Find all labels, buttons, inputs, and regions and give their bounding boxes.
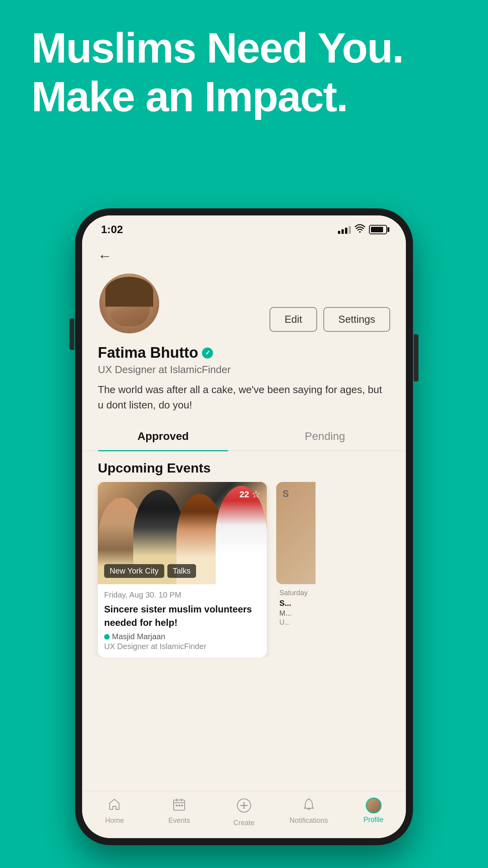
tab-approved[interactable]: Approved [82, 422, 244, 451]
nav-label-home: Home [105, 817, 124, 825]
profile-name: Fatima Bhutto ✓ [98, 344, 390, 361]
status-time: 1:02 [101, 223, 123, 236]
event-date-1: Friday, Aug 30. 10 PM [104, 590, 261, 600]
header-area: ← Edit Settings [82, 240, 406, 344]
nav-label-profile: Profile [363, 816, 383, 824]
avatar [98, 272, 161, 335]
nav-item-create[interactable]: Create [212, 798, 277, 827]
profile-actions: Edit Settings [270, 307, 390, 332]
tab-pending[interactable]: Pending [244, 422, 406, 451]
event-location-badge: New York City [104, 564, 164, 578]
svg-rect-7 [181, 805, 183, 806]
profile-header: Edit Settings [98, 272, 390, 335]
nav-label-notifications: Notifications [290, 817, 328, 825]
nav-label-events: Events [169, 817, 190, 825]
event-badge-row: New York City Talks [104, 564, 196, 578]
event-title-1: Sincere sister muslim volunteers needed … [104, 603, 261, 629]
phone-mockup: 1:02 [75, 208, 413, 845]
app-content: ← Edit Settings Fatima Bhutto [82, 240, 406, 838]
bottom-nav: Home [82, 791, 406, 838]
main-content: Upcoming Events [82, 451, 406, 791]
events-scroll: 22 ☆ New York City Talks Friday, Aug 30.… [82, 482, 406, 657]
event-info-1: Friday, Aug 30. 10 PM Sincere sister mus… [98, 584, 267, 657]
signal-icon [338, 225, 351, 234]
settings-button[interactable]: Settings [323, 307, 390, 332]
profile-info: Fatima Bhutto ✓ UX Designer at IslamicFi… [82, 344, 406, 422]
nav-profile-avatar [366, 798, 382, 813]
status-bar: 1:02 [82, 215, 406, 240]
bell-icon [302, 798, 316, 814]
svg-point-0 [359, 231, 361, 233]
host-dot [104, 634, 110, 640]
nav-item-events[interactable]: Events [147, 798, 212, 827]
svg-rect-5 [176, 805, 178, 806]
tabs-container: Approved Pending [82, 422, 406, 451]
event-card-1[interactable]: 22 ☆ New York City Talks Friday, Aug 30.… [98, 482, 267, 657]
phone-screen: 1:02 [82, 215, 406, 838]
star-count: 22 [240, 489, 249, 500]
status-icons [338, 224, 387, 235]
nav-item-profile[interactable]: Profile [341, 798, 406, 827]
event-star: 22 ☆ [240, 488, 261, 500]
nav-item-home[interactable]: Home [82, 798, 147, 827]
nav-item-notifications[interactable]: Notifications [276, 798, 341, 827]
profile-job-title: UX Designer at IslamicFinder [98, 364, 390, 376]
edit-button[interactable]: Edit [270, 307, 317, 332]
calendar-icon [172, 798, 186, 814]
home-icon [108, 798, 121, 814]
partial-image: S [276, 482, 316, 584]
phone-shell: 1:02 [75, 208, 413, 845]
profile-bio: The world was after all a cake, we've be… [98, 382, 390, 413]
verified-badge: ✓ [202, 348, 213, 359]
wifi-icon [355, 224, 365, 235]
hero-headline: Muslims Need You. Make an Impact. [31, 24, 488, 121]
event-host-sub-1: UX Designer at IslamicFinder [104, 642, 261, 651]
back-button[interactable]: ← [98, 248, 112, 264]
event-category-badge: Talks [167, 564, 196, 578]
event-card-2-partial[interactable]: S Saturday S... M... U... [276, 482, 316, 657]
event-host-1: Masjid Marjaan [104, 632, 261, 641]
battery-icon [369, 225, 387, 234]
star-icon: ☆ [251, 488, 261, 500]
nav-label-create: Create [233, 819, 255, 827]
svg-rect-6 [178, 805, 180, 806]
event-image-1: 22 ☆ New York City Talks [98, 482, 267, 584]
plus-circle-icon [236, 798, 252, 817]
upcoming-events-title: Upcoming Events [82, 451, 406, 482]
